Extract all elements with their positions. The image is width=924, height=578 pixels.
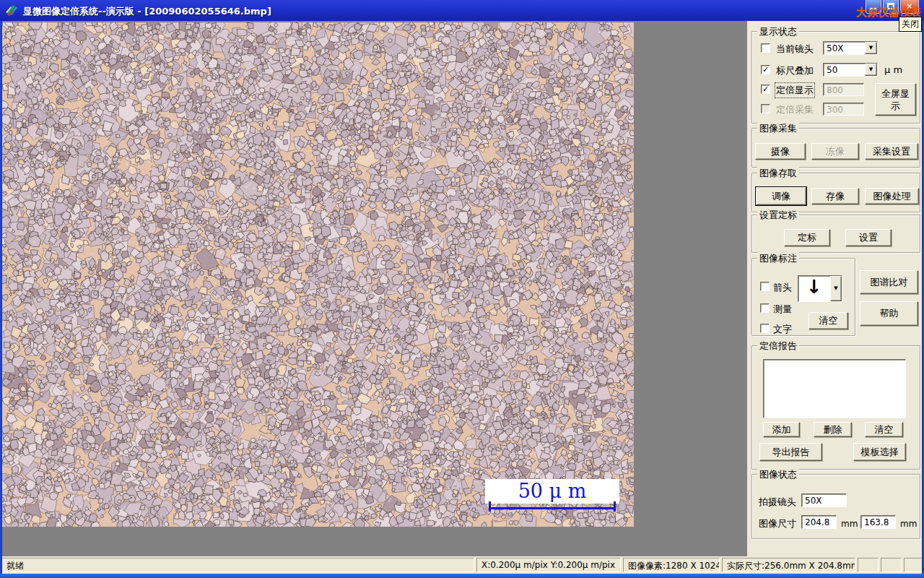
check-icon: ✓: [762, 65, 769, 74]
help-button[interactable]: 帮助: [860, 301, 918, 326]
status-empty-1: [858, 558, 879, 572]
fixed-capture-checkbox: [761, 104, 770, 113]
report-listbox[interactable]: [763, 359, 906, 418]
group-report: 定倍报告 添加 删除 清空 导出报告 模板选择: [751, 345, 920, 470]
shoot-lens-label: 拍摄镜头: [759, 496, 796, 509]
status-empty-2: [881, 558, 902, 572]
scale-bar-tick-left: [489, 501, 491, 512]
shoot-lens-value: 50X: [801, 493, 847, 507]
group-display-status-title: 显示状态: [757, 25, 799, 38]
ruler-overlay-checkbox[interactable]: ✓: [761, 65, 770, 74]
ruler-overlay-label: 标尺叠加: [776, 64, 814, 77]
group-image-status-title: 图像状态: [757, 468, 799, 481]
group-report-title: 定倍报告: [757, 340, 799, 353]
group-image-capture: 图像采集 摄像 冻像 采集设置: [751, 128, 920, 168]
app-icon: [6, 4, 19, 17]
image-height-unit: mm: [900, 519, 917, 529]
ruler-unit-label: μ m: [884, 64, 902, 75]
window-title: 显微图像定倍系统--演示版 - [20090602055646.bmp]: [23, 5, 271, 18]
capture-freeze-button: 冻像: [811, 143, 859, 160]
image-width-value: 204.8: [801, 515, 837, 529]
status-image-pixels: 图像像素:1280 X 1024: [623, 558, 720, 572]
arrow-down-icon: ↓: [798, 276, 830, 301]
fixed-display-input: 800: [823, 83, 864, 96]
arrow-annotation-checkbox[interactable]: [760, 282, 770, 291]
image-processing-button[interactable]: 图像处理: [865, 188, 919, 204]
report-delete-button[interactable]: 删除: [814, 422, 852, 437]
control-panel: 显示状态 当前镜头 50X ▼ ✓ 标尺叠加 50 ▼ μ m ✓ 定倍显示 8…: [747, 21, 924, 556]
report-add-button[interactable]: 添加: [763, 422, 800, 437]
calibrate-button[interactable]: 定标: [784, 229, 830, 246]
group-calibration-title: 设置定标: [757, 209, 799, 222]
capture-settings-button[interactable]: 采集设置: [865, 143, 918, 160]
text-annotation-label: 文字: [773, 323, 792, 336]
status-pixel-scale: X:0.200μ m/pix Y:0.200μ m/pix: [476, 558, 621, 572]
scale-bar-text: 50 μ m: [518, 480, 587, 502]
group-calibration: 设置定标 定标 设置: [751, 215, 920, 253]
microscope-image: [2, 22, 634, 527]
check-icon: ✓: [762, 85, 769, 94]
load-image-button[interactable]: 调像: [756, 187, 806, 205]
scale-bar-label-box: 50 μ m: [485, 479, 619, 504]
scale-bar-tick-right: [614, 501, 616, 512]
report-clear-button[interactable]: 清空: [865, 422, 903, 437]
group-image-storage-title: 图像存取: [757, 167, 799, 180]
group-display-status: 显示状态 当前镜头 50X ▼ ✓ 标尺叠加 50 ▼ μ m ✓ 定倍显示 8…: [751, 31, 920, 124]
text-annotation-checkbox[interactable]: [760, 324, 770, 333]
save-image-button[interactable]: 存像: [811, 188, 859, 204]
arrow-style-select[interactable]: ↓ ▼: [798, 275, 842, 302]
arrow-annotation-label: 箭头: [773, 281, 792, 294]
capture-camera-button[interactable]: 摄像: [755, 143, 806, 160]
annotation-clear-button[interactable]: 清空: [808, 312, 848, 329]
current-lens-value: 50X: [824, 42, 865, 54]
report-export-button[interactable]: 导出报告: [759, 443, 822, 461]
atlas-compare-button[interactable]: 图谱比对: [860, 270, 918, 294]
ruler-value-select[interactable]: 50 ▼: [823, 63, 878, 77]
current-lens-select[interactable]: 50X ▼: [823, 41, 878, 55]
current-lens-checkbox[interactable]: [761, 43, 770, 53]
image-width-unit: mm: [841, 519, 858, 529]
status-empty-3: [904, 558, 923, 572]
image-view-area: 50 μ m: [2, 21, 747, 556]
title-bar: 显微图像定倍系统--演示版 - [20090602055646.bmp] ✕ 大…: [0, 0, 924, 21]
fixed-display-label: 定倍显示: [776, 84, 814, 97]
ruler-value: 50: [824, 64, 865, 76]
window-border-bottom: [0, 574, 924, 578]
ruler-dropdown-icon[interactable]: ▼: [865, 64, 877, 76]
group-annotation-title: 图像标注: [757, 252, 799, 265]
calibration-settings-button[interactable]: 设置: [845, 229, 892, 246]
measure-annotation-label: 测量: [773, 303, 792, 316]
fixed-capture-label: 定倍采集: [776, 103, 814, 116]
status-bar: 就绪 X:0.200μ m/pix Y:0.200μ m/pix 图像像素:12…: [0, 556, 924, 574]
window-border-left: [0, 21, 2, 574]
fixed-capture-input: 300: [823, 103, 864, 116]
fixed-display-checkbox[interactable]: ✓: [761, 85, 770, 94]
group-annotation: 图像标注 箭头 测量 文字 ↓ ▼ 清空: [751, 258, 855, 336]
fullscreen-button[interactable]: 全屏显示: [875, 83, 916, 116]
image-size-label: 图像尺寸: [759, 517, 796, 530]
measure-annotation-checkbox[interactable]: [760, 303, 770, 313]
report-template-button[interactable]: 模板选择: [853, 443, 906, 461]
status-actual-size: 实际尺寸:256.0mm X 204.8mm: [722, 558, 855, 572]
close-tooltip: 关闭: [899, 17, 922, 32]
scale-bar-line: [489, 507, 615, 509]
group-image-capture-title: 图像采集: [757, 122, 799, 135]
group-image-status: 图像状态 拍摄镜头 50X 图像尺寸 204.8 mm 163.8 mm: [751, 474, 920, 539]
current-lens-label: 当前镜头: [776, 43, 814, 56]
group-image-storage: 图像存取 调像 存像 图像处理: [751, 173, 920, 212]
image-height-value: 163.8: [860, 515, 896, 529]
arrow-style-dropdown-icon[interactable]: ▼: [830, 276, 842, 301]
current-lens-dropdown-icon[interactable]: ▼: [865, 42, 877, 54]
status-ready: 就绪: [1, 558, 474, 572]
